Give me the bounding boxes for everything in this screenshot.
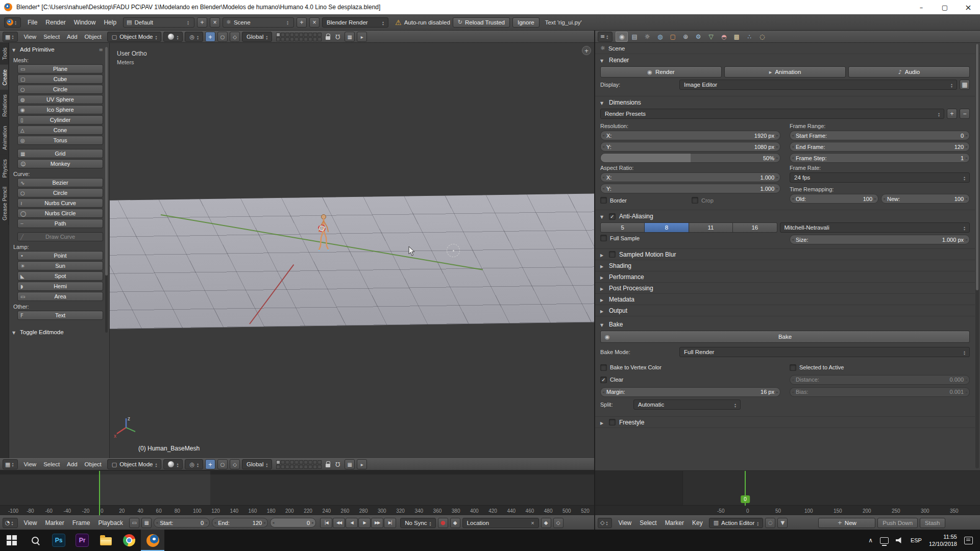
- layer-14-toggle[interactable]: [290, 37, 294, 41]
- manipulator-translate-button[interactable]: +: [205, 459, 215, 469]
- selected-to-active-checkbox[interactable]: Selected to Active: [790, 364, 844, 371]
- freestyle-panel-header[interactable]: Freestyle: [595, 417, 975, 428]
- toolshelf-button-circle[interactable]: ○Circle: [17, 85, 103, 94]
- layer-10-toggle[interactable]: [317, 33, 322, 37]
- layer-15-toggle[interactable]: [295, 465, 299, 469]
- manipulator-rotate-button[interactable]: ○: [217, 459, 228, 469]
- new-action-button[interactable]: +New: [818, 518, 875, 528]
- add-layout-button[interactable]: +: [197, 17, 207, 28]
- properties-tab-physics[interactable]: ◌: [756, 32, 768, 42]
- layer-20-toggle[interactable]: [317, 465, 322, 469]
- opengl-render-anim-button[interactable]: ▸: [357, 32, 367, 42]
- layer-5-toggle[interactable]: [295, 460, 299, 464]
- play-button[interactable]: ▶: [358, 518, 371, 528]
- layer-19-toggle[interactable]: [313, 465, 317, 469]
- toolshelf-button-uv-sphere[interactable]: ◍UV Sphere: [17, 95, 103, 104]
- end-frame-field[interactable]: End Frame:120: [790, 142, 970, 152]
- resolution-x-field[interactable]: X:1920 px: [600, 131, 780, 140]
- taskbar-blender[interactable]: [141, 530, 164, 551]
- layer-7-toggle[interactable]: [304, 33, 308, 37]
- maximize-button[interactable]: ▢: [933, 0, 957, 14]
- toolshelf-button-cone[interactable]: △Cone: [17, 126, 103, 135]
- human-armature[interactable]: [314, 213, 333, 255]
- margin-field[interactable]: Margin:16 px: [600, 387, 780, 397]
- region-expand-button[interactable]: +: [582, 46, 591, 55]
- bake-panel-header[interactable]: Bake: [600, 318, 970, 331]
- viewport-menu-add[interactable]: Add: [63, 460, 81, 468]
- viewport-menu-add[interactable]: Add: [63, 33, 81, 41]
- border-checkbox[interactable]: Border: [600, 197, 689, 204]
- info-menu-file[interactable]: File: [23, 17, 41, 28]
- current-frame-field[interactable]: 0: [270, 518, 316, 528]
- panel-header-metadata[interactable]: Metadata: [595, 294, 975, 305]
- preview-range-toggle[interactable]: ▭: [129, 518, 139, 528]
- layer-14-toggle[interactable]: [290, 465, 294, 469]
- toolshelf-tab-create[interactable]: Create: [0, 65, 9, 90]
- filter-toggle[interactable]: ▼: [777, 518, 788, 528]
- start-frame-field[interactable]: Start Frame:0: [790, 131, 970, 140]
- info-menu-help[interactable]: Help: [100, 17, 120, 28]
- toolshelf-button-circle[interactable]: ○Circle: [17, 188, 103, 197]
- insert-keyframe-button[interactable]: ◆: [541, 518, 551, 528]
- search-button[interactable]: [23, 530, 47, 551]
- toolshelf-button-sun[interactable]: ☀Sun: [17, 261, 103, 270]
- scene-selector[interactable]: ☼ Scene: [223, 17, 294, 28]
- properties-tab-data[interactable]: ▽: [705, 32, 717, 42]
- opengl-render-button[interactable]: ▦: [345, 459, 355, 469]
- split-dropdown[interactable]: Automatic: [633, 399, 741, 410]
- snap-toggle[interactable]: Ω: [332, 32, 342, 42]
- manipulator-translate-button[interactable]: +: [205, 32, 215, 42]
- pivot-dropdown[interactable]: ◎: [185, 459, 203, 469]
- layer-1-toggle[interactable]: [276, 33, 280, 37]
- snap-toggle[interactable]: Ω: [332, 459, 342, 469]
- network-icon[interactable]: [880, 537, 889, 544]
- toolshelf-button-text[interactable]: FText: [17, 311, 103, 320]
- viewport-menu-object[interactable]: Object: [81, 33, 105, 41]
- toolshelf-button-torus[interactable]: ◎Torus: [17, 136, 103, 145]
- scrollbar-thumb[interactable]: [976, 44, 978, 290]
- opengl-render-button[interactable]: ▦: [345, 32, 355, 42]
- layer-12-toggle[interactable]: [281, 37, 285, 41]
- transform-orientation-dropdown[interactable]: Global: [242, 459, 272, 469]
- info-menu-window[interactable]: Window: [70, 17, 100, 28]
- layer-4-toggle[interactable]: [290, 33, 294, 37]
- language-indicator[interactable]: ESP: [911, 537, 922, 543]
- timeline-menu-playback[interactable]: Playback: [94, 518, 127, 528]
- time-remap-new-field[interactable]: New:100: [881, 194, 970, 204]
- panel-grip-icon[interactable]: ≡: [99, 47, 103, 53]
- viewport-menu-view[interactable]: View: [20, 460, 40, 468]
- manipulator-scale-button[interactable]: ◇: [230, 32, 240, 42]
- reload-trusted-button[interactable]: ↻Reload Trusted: [453, 17, 510, 28]
- render-engine-dropdown[interactable]: Blender Render: [322, 17, 388, 28]
- layer-6-toggle[interactable]: [299, 33, 303, 37]
- scrollbar-thumb[interactable]: [105, 47, 108, 276]
- layer-3-toggle[interactable]: [285, 460, 289, 464]
- lock-icon[interactable]: [326, 36, 330, 40]
- resolution-y-field[interactable]: Y:1080 px: [600, 142, 780, 152]
- dopesheet-menu-key[interactable]: Key: [688, 518, 707, 528]
- clear-checkbox[interactable]: Clear: [600, 377, 623, 383]
- lock-icon[interactable]: [326, 464, 330, 467]
- aa-samples-5-button[interactable]: 5: [600, 222, 645, 233]
- editor-type-dopesheet-button[interactable]: ◇: [598, 518, 612, 528]
- dopesheet-menu-select[interactable]: Select: [635, 518, 660, 528]
- viewport-shading-dropdown[interactable]: [163, 32, 183, 42]
- opengl-render-anim-button[interactable]: ▸: [357, 459, 367, 469]
- frames-seconds-toggle[interactable]: ▦: [141, 518, 152, 528]
- bake-button[interactable]: ◉Bake: [600, 331, 970, 343]
- pivot-dropdown[interactable]: ◎: [185, 32, 203, 42]
- toolshelf-button-plane[interactable]: ▭Plane: [17, 64, 103, 73]
- layer-16-toggle[interactable]: [299, 37, 303, 41]
- screen-layout-selector[interactable]: ▤ Default: [123, 17, 194, 28]
- toolshelf-tab-tools[interactable]: Tools: [0, 43, 9, 65]
- toggle-editmode-panel-header[interactable]: Toggle Editmode: [12, 327, 103, 337]
- keying-options-button[interactable]: ◆: [450, 518, 460, 528]
- toolshelf-scrollbar[interactable]: [105, 47, 108, 333]
- editor-type-3dview-button[interactable]: ▦: [3, 459, 18, 469]
- sampled-motion-blur-checkbox[interactable]: [609, 251, 616, 258]
- next-keyframe-button[interactable]: ▶▶: [371, 518, 383, 528]
- add-scene-button[interactable]: +: [297, 17, 307, 28]
- properties-tab-world[interactable]: ◍: [654, 32, 666, 42]
- dopesheet-track[interactable]: -50050100150200250300350 0: [595, 471, 980, 515]
- layer-8-toggle[interactable]: [308, 33, 312, 37]
